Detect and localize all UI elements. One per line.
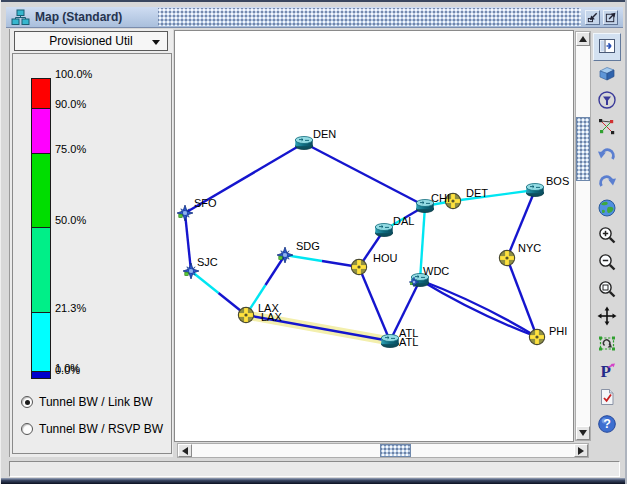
redo-icon — [597, 171, 617, 194]
maximize-window-button[interactable] — [603, 10, 618, 25]
zoom-out-button[interactable] — [593, 250, 621, 277]
link-DEN-CHI[interactable] — [304, 143, 425, 206]
funnel-circle-icon — [597, 90, 617, 113]
window-title: Map (Standard) — [35, 10, 122, 24]
link-HOU-ATL[interactable] — [359, 267, 390, 341]
radio-button-icon[interactable] — [21, 396, 33, 408]
util-mode-dropdown[interactable]: Provisioned Util — [14, 31, 168, 51]
zoom-in-icon — [597, 225, 617, 248]
window-bottom-edge — [1, 478, 625, 484]
legend-tick-label: 100.0% — [55, 68, 92, 80]
vertical-scroll-thumb[interactable] — [576, 117, 590, 181]
link-SFO-SJC[interactable] — [185, 213, 191, 271]
node-ATL[interactable] — [381, 335, 398, 348]
node-label-DAL: DAL — [393, 215, 414, 227]
radio-button-icon[interactable] — [21, 423, 33, 435]
node-label-DET: DET — [466, 187, 488, 199]
toggle-map-panel-button[interactable] — [593, 33, 621, 61]
node-label-BOS: BOS — [546, 175, 569, 187]
restore-window-button[interactable] — [585, 10, 600, 25]
cube-icon — [597, 63, 617, 86]
util-mode-value: Provisioned Util — [49, 34, 132, 48]
map-toolbar: P? — [593, 33, 624, 439]
node-DEN[interactable] — [295, 137, 312, 150]
node-label-CHI: CHI — [431, 192, 450, 204]
pan-icon — [597, 306, 617, 329]
node-SDG[interactable] — [277, 247, 293, 263]
legend-segment — [32, 154, 50, 228]
legend-sidebar: Provisioned Util 100.0%90.0%75.0%50.0%21… — [9, 29, 173, 457]
undo-button[interactable] — [593, 142, 621, 169]
layout-button[interactable] — [593, 115, 621, 142]
legend-color-bar — [31, 78, 51, 379]
scroll-left-button[interactable] — [178, 444, 192, 457]
node-SFO[interactable] — [177, 205, 193, 221]
legend-segment — [32, 228, 50, 313]
node-label-ATL-2: ATL — [399, 336, 418, 348]
node-label-DEN: DEN — [313, 128, 336, 140]
node-NYC[interactable] — [499, 250, 514, 265]
node-label-SDG: SDG — [296, 240, 320, 252]
rotate-box-icon — [597, 333, 617, 356]
graph-icon — [597, 117, 617, 140]
titlebar-texture — [158, 8, 581, 26]
map-window: Map (Standard) Provisioned Util — [0, 0, 627, 484]
link-SJC-LAX[interactable] — [191, 271, 219, 293]
window-controls — [585, 10, 618, 25]
svg-text:?: ? — [603, 417, 611, 431]
radio-tunnel-bw-rsvp-bw[interactable]: Tunnel BW / RSVP BW — [21, 421, 163, 437]
filter-button[interactable] — [593, 88, 621, 115]
node-label-SJC: SJC — [197, 256, 218, 268]
world-map-button[interactable] — [593, 196, 621, 223]
radio-label: Tunnel BW / RSVP BW — [39, 422, 163, 436]
legend-segment — [32, 79, 50, 109]
report-button[interactable] — [593, 385, 621, 412]
node-label-WDC: WDC — [423, 265, 449, 277]
horizontal-scrollbar[interactable] — [177, 443, 589, 458]
paths-button[interactable]: P — [593, 358, 621, 385]
node-label-LAX-2: LAX — [261, 311, 282, 323]
undo-icon — [597, 144, 617, 167]
left-arrow-icon — [182, 447, 188, 455]
node-label-NYC: NYC — [518, 242, 541, 254]
layers-button[interactable] — [593, 61, 621, 88]
titlebar[interactable]: Map (Standard) — [6, 7, 623, 28]
legend-tick-label: 90.0% — [55, 98, 86, 110]
link-NYC-PHI[interactable] — [507, 258, 537, 337]
node-LAX[interactable] — [238, 307, 253, 322]
help-button[interactable]: ? — [593, 412, 621, 439]
node-label-HOU: HOU — [373, 252, 398, 264]
globe-icon — [597, 198, 617, 221]
map-canvas[interactable]: DENSFOSJCSDGLAXLAXHOUDALCHIDETBOSNYCWDCA… — [174, 30, 574, 442]
legend-panel: 100.0%90.0%75.0%50.0%21.3%1.0%0.0% Tunne… — [12, 53, 172, 454]
pan-button[interactable] — [593, 304, 621, 331]
node-PHI[interactable] — [529, 329, 544, 344]
horizontal-scroll-thumb[interactable] — [380, 444, 411, 457]
node-DAL[interactable] — [375, 224, 392, 237]
zoom-out-icon — [597, 252, 617, 275]
zoom-in-button[interactable] — [593, 223, 621, 250]
legend-tick-label: 21.3% — [55, 302, 86, 314]
radio-label: Tunnel BW / Link BW — [39, 395, 153, 409]
right-arrow-icon — [578, 447, 584, 455]
rotate-selection-button[interactable] — [593, 331, 621, 358]
node-HOU[interactable] — [351, 259, 366, 274]
redo-button[interactable] — [593, 169, 621, 196]
zoom-area-button[interactable] — [593, 277, 621, 304]
window-top-edge — [1, 0, 625, 2]
sitemap-icon — [11, 9, 30, 26]
vertical-scrollbar[interactable] — [575, 31, 591, 441]
radio-tunnel-bw-link-bw[interactable]: Tunnel BW / Link BW — [21, 394, 153, 410]
legend-tick-label: 75.0% — [55, 143, 86, 155]
scroll-down-button[interactable] — [576, 426, 590, 440]
legend-tick-label: 50.0% — [55, 214, 86, 226]
node-BOS[interactable] — [526, 184, 543, 197]
scroll-up-button[interactable] — [576, 32, 590, 46]
panel-arrow-icon — [597, 36, 617, 59]
scroll-right-button[interactable] — [574, 444, 588, 457]
doc-check-icon — [597, 387, 617, 410]
legend-segment — [32, 109, 50, 154]
node-label-PHI: PHI — [549, 325, 567, 337]
legend-tick-label: 0.0% — [55, 364, 80, 376]
svg-text:P: P — [601, 362, 611, 381]
